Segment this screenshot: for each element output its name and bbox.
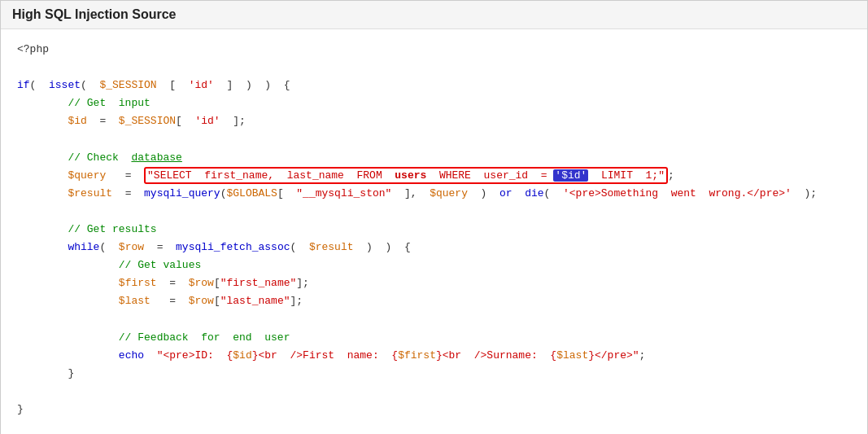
php-open: <?php	[17, 41, 851, 59]
last-line: $last = $row["last_name"];	[17, 292, 851, 310]
close-while: }	[17, 365, 851, 383]
result-line: $result = mysqli_query($GLOBALS[ "__mysq…	[17, 185, 851, 203]
blank-4	[17, 310, 851, 328]
id-assign: $id = $_SESSION[ 'id' ];	[17, 112, 851, 130]
comment-results: // Get results	[17, 221, 851, 239]
page-title: High SQL Injection Source	[12, 7, 856, 22]
comment-feedback: // Feedback for end user	[17, 329, 851, 347]
blank-6	[17, 419, 851, 434]
comment-values: // Get values	[17, 256, 851, 274]
comment-input: // Get input	[17, 94, 851, 112]
main-container: High SQL Injection Source <?php if( isse…	[0, 0, 868, 434]
close-if: }	[17, 401, 851, 419]
comment-check: // Check database	[17, 149, 851, 167]
query-line: $query = "SELECT first_name, last_name F…	[17, 167, 851, 185]
blank-2	[17, 130, 851, 148]
blank-1	[17, 59, 851, 77]
echo-line: echo "<pre>ID: {$id}<br />First name: {$…	[17, 347, 851, 365]
blank-3	[17, 203, 851, 221]
title-bar: High SQL Injection Source	[1, 1, 867, 29]
blank-5	[17, 383, 851, 401]
while-line: while( $row = mysqli_fetch_assoc( $resul…	[17, 239, 851, 256]
code-area: <?php if( isset( $_SESSION [ 'id' ] ) ) …	[1, 29, 867, 434]
if-line: if( isset( $_SESSION [ 'id' ] ) ) {	[17, 77, 851, 94]
first-line: $first = $row["first_name"];	[17, 274, 851, 292]
